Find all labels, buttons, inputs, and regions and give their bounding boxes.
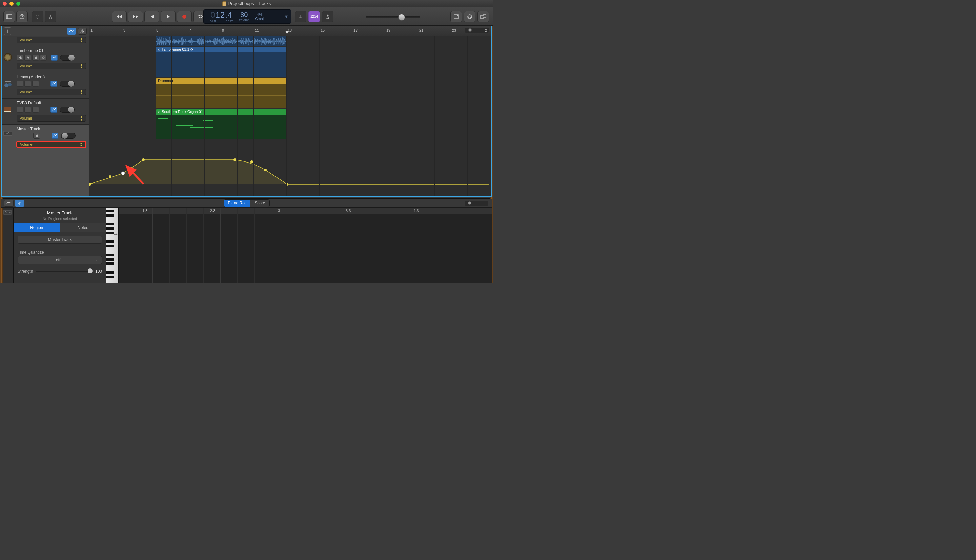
solo-button[interactable]: [24, 55, 31, 61]
automation-param-select[interactable]: Volume▲▼: [17, 89, 86, 95]
audio-region-tambourine[interactable]: ◇ Tambourine 01.1 ⟳: [155, 47, 287, 77]
gridline: [385, 36, 385, 197]
gridline: [303, 36, 303, 197]
go-to-beginning-button[interactable]: [144, 11, 159, 22]
track-row[interactable]: Tambourine 01 Volume▲▼: [2, 47, 89, 72]
lcd-time-signature[interactable]: 4/4: [257, 12, 262, 17]
solo-button[interactable]: [24, 81, 31, 87]
track-row[interactable]: Volume ▲▼: [2, 36, 89, 47]
annotation-arrow: [121, 162, 149, 189]
time-quantize-select[interactable]: off⌄: [18, 256, 102, 264]
track-volume-slider[interactable]: [61, 133, 75, 139]
lcd-tempo[interactable]: 80: [240, 11, 248, 18]
svg-point-43: [251, 160, 253, 163]
editors-button[interactable]: [45, 11, 56, 22]
ruler-tick: 17: [353, 28, 358, 33]
lock-button[interactable]: [32, 55, 39, 61]
playhead[interactable]: [287, 27, 287, 197]
forward-button[interactable]: [128, 11, 143, 22]
track-row[interactable]: Heavy (Anders) Volume▲▼: [2, 72, 89, 98]
automation-enable-button[interactable]: [50, 107, 57, 113]
time-quantize-label: Time Quantize: [18, 250, 102, 255]
lock-button[interactable]: [33, 133, 40, 139]
add-track-button[interactable]: +: [4, 27, 11, 35]
piano-roll-grid[interactable]: 1.32.333.34.3: [119, 208, 492, 283]
lock-button[interactable]: [32, 81, 39, 87]
svg-point-18: [42, 57, 44, 58]
gridline: [237, 36, 237, 197]
svg-point-42: [234, 158, 236, 161]
strength-slider[interactable]: [35, 270, 92, 272]
drummer-region[interactable]: Drummer: [155, 78, 287, 108]
piano-roll[interactable]: C3 1.32.333.34.3: [106, 208, 492, 283]
timeline-ruler[interactable]: 13579111315171921232: [89, 27, 491, 36]
editor-automation-button[interactable]: [4, 200, 13, 207]
svg-line-46: [126, 166, 143, 184]
loop-browser-button[interactable]: [464, 11, 475, 22]
media-browser-button[interactable]: [478, 11, 489, 22]
svg-point-21: [8, 83, 12, 86]
library-button[interactable]: [3, 11, 15, 22]
automation-param-select[interactable]: Volume ▲▼: [17, 37, 86, 43]
region-name-field[interactable]: Master Track: [18, 236, 102, 244]
track-row[interactable]: EVB3 Default Volume▲▼: [2, 98, 89, 125]
smart-controls-button[interactable]: [32, 11, 43, 22]
svg-point-20: [4, 83, 8, 87]
solo-button[interactable]: [24, 107, 31, 113]
catch-playhead-button[interactable]: [78, 28, 87, 35]
lock-button[interactable]: [32, 107, 39, 113]
waveform: [156, 36, 287, 46]
automation-param-select[interactable]: Volume▲▼: [17, 141, 86, 148]
midi-region-organ[interactable]: ◇ Southern Rock Organ 01: [155, 109, 287, 140]
lcd-display[interactable]: 012.4 BARBEAT 80 TEMPO 4/4 Cmaj ▾: [203, 10, 291, 24]
piano-keyboard[interactable]: C3: [106, 208, 119, 283]
notepad-button[interactable]: [450, 11, 462, 22]
count-in-button[interactable]: 1234: [308, 11, 320, 22]
ruler-tick: 9: [222, 28, 224, 33]
window-title: ProjectLoops - Tracks: [0, 1, 493, 6]
tab-piano-roll[interactable]: Piano Roll: [224, 200, 251, 207]
waveform: [156, 52, 287, 77]
mute-button[interactable]: [17, 55, 23, 61]
ruler-tick: 21: [419, 28, 423, 33]
mute-button[interactable]: [17, 81, 23, 87]
svg-rect-32: [176, 125, 193, 126]
audio-region[interactable]: [155, 36, 287, 46]
arrange-area[interactable]: 13579111315171921232 ◇ Tambourine 01.1 ⟳…: [89, 27, 491, 197]
track-volume-slider[interactable]: [60, 55, 75, 61]
input-monitor-button[interactable]: [40, 55, 47, 61]
metronome-button[interactable]: [322, 11, 333, 22]
play-button[interactable]: [160, 11, 175, 22]
gridline: [155, 36, 155, 197]
automation-view-button[interactable]: [67, 28, 76, 35]
master-volume-slider[interactable]: [366, 15, 420, 18]
mute-button[interactable]: [17, 107, 23, 113]
gridline: [467, 36, 468, 197]
tab-notes[interactable]: Notes: [60, 223, 106, 232]
editor-catch-button[interactable]: [15, 200, 24, 207]
automation-enable-button[interactable]: [52, 133, 58, 139]
automation-param-select[interactable]: Volume▲▼: [17, 115, 86, 122]
record-button[interactable]: [177, 11, 192, 22]
tuner-button[interactable]: [295, 11, 306, 22]
track-row-master[interactable]: Master Track Volume▲▼: [2, 125, 89, 197]
svg-point-6: [182, 15, 186, 18]
automation-lane-master[interactable]: [89, 140, 491, 197]
tab-region[interactable]: Region: [13, 223, 60, 232]
svg-rect-11: [483, 15, 486, 17]
rewind-button[interactable]: [112, 11, 127, 22]
svg-rect-5: [150, 15, 150, 18]
track-volume-slider[interactable]: [60, 81, 75, 87]
quick-help-button[interactable]: ?: [16, 11, 28, 22]
gridline: [204, 36, 205, 197]
tab-score[interactable]: Score: [251, 200, 269, 207]
lcd-key[interactable]: Cmaj: [255, 17, 264, 21]
automation-param-select[interactable]: Volume▲▼: [17, 63, 86, 69]
svg-rect-23: [4, 107, 11, 111]
window-titlebar: ProjectLoops - Tracks: [0, 0, 493, 7]
track-volume-slider[interactable]: [60, 107, 75, 113]
svg-rect-22: [5, 81, 10, 82]
automation-enable-button[interactable]: [51, 55, 58, 61]
editor-zoom-slider[interactable]: [465, 201, 488, 205]
automation-enable-button[interactable]: [50, 81, 57, 87]
